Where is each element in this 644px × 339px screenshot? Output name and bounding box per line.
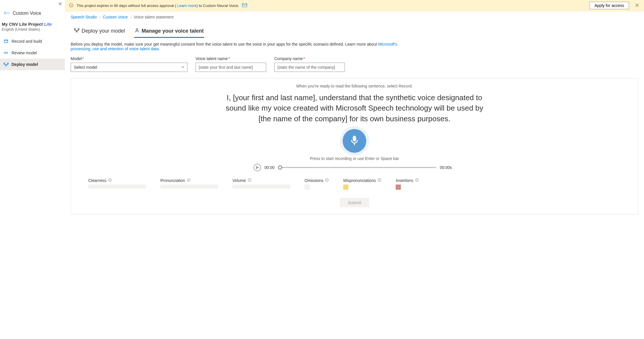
seek-thumb[interactable]: [278, 165, 282, 170]
metric-mispronunciations: Mispronunciations: [343, 178, 381, 190]
field-model: Model* Select model: [71, 56, 187, 72]
form-row: Model* Select model Voice talent name* C…: [65, 53, 644, 77]
sidebar-item-label: Deploy model: [12, 62, 38, 67]
omissions-swatch: [305, 185, 310, 190]
svg-rect-0: [4, 40, 8, 43]
description: Before you deploy the model, make sure y…: [65, 38, 423, 53]
sidebar-item-review[interactable]: Review model: [0, 47, 65, 59]
metric-insertions: Insertions: [396, 178, 419, 190]
field-voice-talent-name: Voice talent name*: [196, 56, 266, 72]
mail-icon[interactable]: [242, 3, 247, 8]
svg-rect-9: [78, 29, 79, 30]
insertions-swatch: [396, 185, 401, 190]
collapse-sidebar-icon[interactable]: [58, 2, 62, 7]
wave-icon: [4, 11, 10, 16]
info-icon[interactable]: [248, 178, 251, 183]
info-icon: [69, 3, 74, 8]
recording-card: When you're ready to read the following …: [71, 78, 638, 215]
sidebar-item-label: Review model: [12, 51, 37, 55]
crumb-speech-studio[interactable]: Speech Studio: [71, 15, 97, 19]
box-icon: [3, 39, 9, 44]
info-icon[interactable]: [415, 178, 419, 183]
apply-for-access-button[interactable]: Apply for access: [589, 2, 629, 9]
audio-player: 00:00 00:00s: [254, 164, 455, 171]
svg-point-1: [4, 52, 6, 53]
card-hint: When you're ready to read the following …: [82, 84, 626, 88]
project-badge: Lite: [44, 22, 52, 27]
crumb-current: Voice talent statement: [134, 15, 174, 19]
chevron-right-icon: ›: [130, 15, 132, 19]
deploy-icon: [74, 28, 79, 34]
metric-omissions: Omissions: [305, 178, 329, 190]
metrics-row: Clearness Pronunciation Volume Omissions…: [88, 178, 621, 190]
info-icon[interactable]: [187, 178, 191, 183]
tab-manage-voice-talent[interactable]: Manage your voice talent: [134, 26, 204, 38]
record-hint: Press to start recording or use Enter or…: [310, 156, 399, 161]
metric-pronunciation: Pronunciation: [160, 178, 218, 190]
breadcrumb: Speech Studio › Custom Voice › Voice tal…: [65, 11, 644, 21]
sidebar-item-record[interactable]: Record and build: [0, 36, 65, 47]
svg-rect-3: [4, 63, 5, 64]
svg-rect-12: [353, 136, 356, 141]
project-header: My CNV Lite Project Lite English (United…: [0, 18, 65, 36]
sidebar: Custom Voice My CNV Lite Project Lite En…: [0, 0, 65, 339]
info-icon[interactable]: [378, 178, 381, 183]
sidebar-item-label: Record and build: [12, 39, 42, 44]
main: This project expires in 90 days without …: [65, 0, 644, 339]
tabs: Deploy your model Manage your voice tale…: [65, 21, 644, 38]
info-icon[interactable]: [325, 178, 329, 183]
microphone-icon: [350, 135, 359, 147]
svg-rect-8: [74, 29, 76, 30]
sidebar-item-deploy[interactable]: Deploy model: [0, 59, 65, 70]
pronunciation-bar: [160, 185, 218, 189]
submit-button[interactable]: Submit: [340, 198, 369, 207]
project-locale: English (United States): [2, 27, 61, 31]
chevron-right-icon: ›: [99, 15, 101, 19]
deploy-icon: [3, 62, 9, 66]
brand[interactable]: Custom Voice: [0, 7, 65, 18]
tab-label: Deploy your model: [82, 28, 125, 34]
svg-rect-5: [5, 65, 7, 66]
banner-learn-more-link[interactable]: Learn more: [177, 3, 196, 8]
consent-statement: I, [your first and last name], understan…: [225, 92, 484, 124]
duration: 00:00s: [440, 165, 455, 170]
project-name: My CNV Lite Project: [2, 22, 43, 27]
model-label: Model*: [71, 56, 187, 61]
current-time: 00:00: [264, 165, 277, 170]
close-banner-icon[interactable]: [634, 3, 640, 8]
company-label: Company name*: [274, 56, 345, 61]
model-select[interactable]: Select model: [71, 63, 187, 72]
tab-deploy-model[interactable]: Deploy your model: [74, 26, 125, 38]
clearness-bar: [88, 185, 146, 189]
svg-point-2: [7, 53, 7, 53]
brand-label: Custom Voice: [13, 11, 41, 16]
review-icon: [3, 51, 9, 55]
metric-volume: Volume: [232, 178, 290, 190]
svg-point-11: [136, 29, 138, 30]
company-input[interactable]: [274, 63, 345, 72]
banner: This project expires in 90 days without …: [65, 0, 644, 11]
info-icon[interactable]: [108, 178, 112, 183]
voice-talent-input[interactable]: [196, 63, 266, 72]
metric-clearness: Clearness: [88, 178, 146, 190]
svg-rect-7: [242, 3, 247, 7]
tab-label: Manage your voice talent: [142, 28, 204, 34]
crumb-custom-voice[interactable]: Custom Voice: [103, 15, 128, 19]
field-company-name: Company name*: [274, 56, 345, 72]
seek-track[interactable]: [280, 167, 436, 168]
play-button[interactable]: [254, 164, 261, 171]
mispron-swatch: [343, 185, 348, 190]
sidebar-nav: Record and build Review model Deploy mod…: [0, 36, 65, 70]
banner-message: This project expires in 90 days without …: [76, 3, 239, 8]
volume-bar: [232, 185, 290, 189]
voice-talent-label: Voice talent name*: [196, 56, 266, 61]
record-button[interactable]: [343, 129, 366, 153]
person-icon: [135, 28, 139, 34]
svg-rect-4: [7, 63, 9, 64]
svg-rect-10: [76, 31, 77, 32]
